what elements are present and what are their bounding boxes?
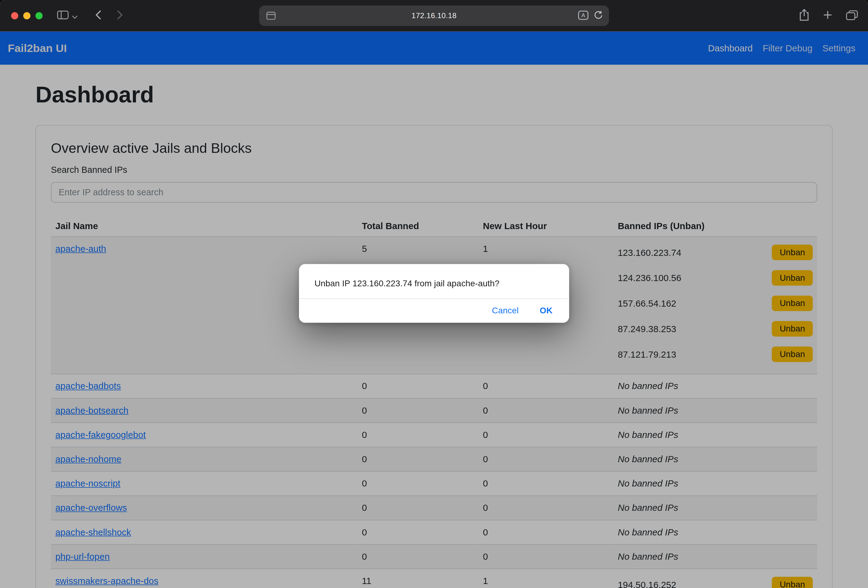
window-controls bbox=[11, 12, 43, 19]
plus-icon bbox=[823, 10, 833, 22]
zoom-window-button[interactable] bbox=[35, 12, 43, 19]
tabs-icon bbox=[846, 10, 858, 22]
browser-toolbar: 172.16.10.18 A bbox=[0, 0, 868, 32]
browser-window: 172.16.10.18 A bbox=[0, 0, 868, 588]
confirm-dialog-message: Unban IP 123.160.223.74 from jail apache… bbox=[299, 264, 569, 299]
ok-button[interactable]: OK bbox=[540, 306, 553, 315]
sidebar-toggle-button[interactable] bbox=[57, 10, 69, 21]
confirm-dialog-footer: Cancel OK bbox=[299, 298, 569, 323]
forward-arrow-icon bbox=[117, 10, 123, 22]
chevron-down-icon[interactable] bbox=[72, 11, 78, 21]
sidebar-icon bbox=[57, 10, 69, 21]
translate-icon[interactable]: A bbox=[578, 10, 588, 22]
address-bar[interactable]: 172.16.10.18 A bbox=[259, 6, 609, 26]
share-button[interactable] bbox=[799, 8, 809, 24]
page-settings-icon[interactable] bbox=[266, 12, 276, 22]
new-tab-button[interactable] bbox=[823, 10, 833, 22]
back-button[interactable] bbox=[95, 10, 102, 22]
close-window-button[interactable] bbox=[11, 12, 18, 19]
minimize-window-button[interactable] bbox=[24, 12, 31, 19]
share-icon bbox=[799, 8, 809, 24]
tab-overview-button[interactable] bbox=[846, 10, 858, 22]
confirm-dialog: Unban IP 123.160.223.74 from jail apache… bbox=[299, 264, 569, 323]
svg-text:A: A bbox=[581, 12, 585, 18]
url-text[interactable]: 172.16.10.18 bbox=[292, 6, 576, 26]
back-arrow-icon bbox=[95, 10, 102, 22]
cancel-button[interactable]: Cancel bbox=[492, 306, 518, 315]
forward-button[interactable] bbox=[117, 10, 123, 22]
reload-icon[interactable] bbox=[593, 10, 603, 22]
